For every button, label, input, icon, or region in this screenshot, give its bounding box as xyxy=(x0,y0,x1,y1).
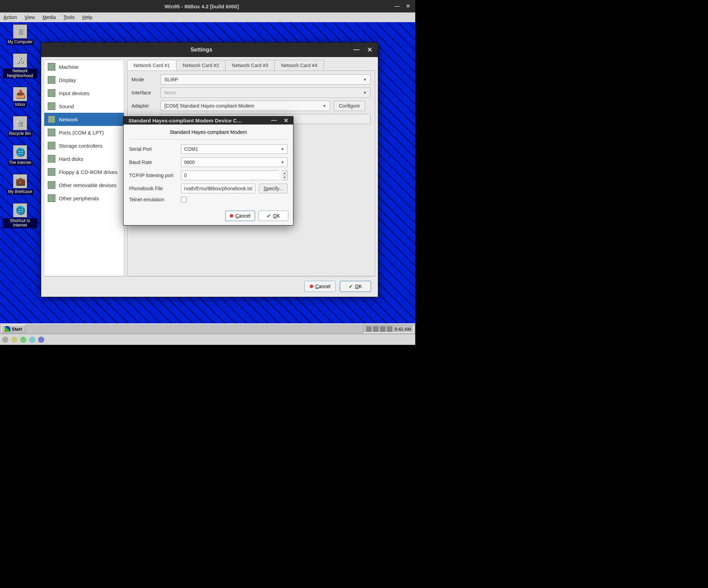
desktop-icon-briefcase[interactable]: 💼My Briefcase xyxy=(3,174,37,195)
tray-icon-2[interactable] xyxy=(373,326,379,332)
settings-title: Settings xyxy=(55,47,348,53)
cancel-icon xyxy=(230,214,233,218)
settings-ok-button[interactable]: ✔OK xyxy=(340,281,371,292)
tray-icon-1[interactable] xyxy=(366,326,372,332)
sidebar-item-removable[interactable]: Other removable devices xyxy=(44,178,124,192)
tcp-port-spinner[interactable]: ▲▼ xyxy=(282,171,288,180)
sidebar-item-floppy[interactable]: Floppy & CD-ROM drives xyxy=(44,165,124,178)
modal-cancel-button[interactable]: Cancel xyxy=(225,211,255,221)
baud-rate-label: Baud Rate xyxy=(129,159,178,165)
settings-cancel-button[interactable]: Cancel xyxy=(305,281,336,292)
sound-icon xyxy=(48,102,55,110)
phonebook-label: Phonebook File xyxy=(129,186,178,191)
desktop-icon-inbox[interactable]: 📥Inbox xyxy=(3,87,37,108)
sidebar-item-peripherals[interactable]: Other peripherals xyxy=(44,192,124,205)
settings-tabs: Network Card #1 Network Card #2 Network … xyxy=(127,60,375,71)
tray-icon-4[interactable] xyxy=(387,326,392,332)
menu-tools[interactable]: Tools xyxy=(63,15,75,20)
desktop-icon-recycle-bin[interactable]: 🗑Recycle Bin xyxy=(3,116,37,137)
ports-icon xyxy=(48,129,55,136)
start-button[interactable]: Start xyxy=(1,325,26,333)
sidebar-item-sound[interactable]: Sound xyxy=(44,100,124,113)
sidebar-item-ports[interactable]: Ports (COM & LPT) xyxy=(44,126,124,139)
spin-down-icon[interactable]: ▼ xyxy=(282,176,287,180)
host-statusbar xyxy=(0,334,415,345)
sidebar-item-display[interactable]: Display xyxy=(44,73,124,86)
status-icon-5[interactable] xyxy=(38,337,44,343)
modal-close-icon[interactable]: ✕ xyxy=(284,117,288,124)
settings-sidebar: Machine Display Input devices Sound Netw… xyxy=(44,60,124,276)
host-close-icon[interactable]: ✕ xyxy=(406,3,410,9)
telnet-label: Telnet emulation xyxy=(129,197,178,202)
chevron-down-icon: ▼ xyxy=(363,77,367,82)
status-icon-3[interactable] xyxy=(20,337,26,343)
adapter-select[interactable]: [COM] Standard Hayes-compliant Modem▼ xyxy=(161,101,330,111)
modal-minimize-icon[interactable]: — xyxy=(271,117,277,124)
serial-port-label: Serial Port xyxy=(129,146,178,152)
machine-icon xyxy=(48,63,55,71)
host-title: Win95 - 86Box 4.2 [build 6000] xyxy=(14,3,390,9)
desktop-icon-my-computer[interactable]: 🖥My Computer xyxy=(3,24,37,45)
floppy-icon xyxy=(48,168,55,176)
hdd-icon xyxy=(48,155,55,163)
baud-rate-select[interactable]: 9600▼ xyxy=(181,157,288,167)
sidebar-item-hdd[interactable]: Hard disks xyxy=(44,152,124,165)
sidebar-item-input[interactable]: Input devices xyxy=(44,86,124,100)
storage-icon xyxy=(48,142,55,149)
sidebar-item-machine[interactable]: Machine xyxy=(44,60,124,73)
input-icon xyxy=(48,89,55,97)
display-icon xyxy=(48,76,55,84)
host-menubar: Action View Media Tools Help xyxy=(0,12,415,22)
interface-label: Interface xyxy=(131,90,157,95)
tab-netcard-4[interactable]: Network Card #4 xyxy=(274,60,324,71)
status-icon-4[interactable] xyxy=(29,337,35,343)
windows-logo-icon xyxy=(5,326,10,332)
desktop-icon-internet[interactable]: 🌐The Internet xyxy=(3,145,37,166)
tab-netcard-3[interactable]: Network Card #3 xyxy=(225,60,275,71)
chevron-down-icon: ▼ xyxy=(281,160,284,164)
ok-icon: ✔ xyxy=(267,213,271,219)
desktop-icon-network-neighborhood[interactable]: 🖧Network Neighborhood xyxy=(3,53,37,79)
sidebar-item-network[interactable]: Network xyxy=(44,113,124,126)
host-titlebar: Win95 - 86Box 4.2 [build 6000] — ✕ xyxy=(0,0,415,12)
clock[interactable]: 9:42 AM xyxy=(394,327,411,332)
adapter-label: Adapter xyxy=(131,103,157,109)
host-minimize-icon[interactable]: — xyxy=(394,3,400,9)
serial-port-select[interactable]: COM1▼ xyxy=(181,144,288,154)
host-window: Win95 - 86Box 4.2 [build 6000] — ✕ Actio… xyxy=(0,0,415,345)
settings-titlebar: Settings — ✕ xyxy=(41,43,378,57)
mode-select[interactable]: SLiRP▼ xyxy=(161,74,371,85)
configure-button[interactable]: Configure xyxy=(334,101,365,111)
tray-icon-3[interactable] xyxy=(380,326,385,332)
sidebar-item-storage[interactable]: Storage controllers xyxy=(44,139,124,152)
desktop-icon-shortcut-internet[interactable]: 🌐Shortcut to Internet xyxy=(3,203,37,229)
specify-button[interactable]: Specify... xyxy=(259,184,288,193)
menu-help[interactable]: Help xyxy=(82,15,92,20)
tcp-port-input[interactable]: 0 xyxy=(181,171,279,180)
modem-config-dialog: Standard Hayes-compliant Modem Device C…… xyxy=(123,116,293,226)
settings-close-icon[interactable]: ✕ xyxy=(367,46,372,54)
telnet-checkbox[interactable] xyxy=(181,197,187,202)
modal-ok-button[interactable]: ✔OK xyxy=(258,211,288,221)
desktop-icons: 🖥My Computer 🖧Network Neighborhood 📥Inbo… xyxy=(3,24,37,228)
settings-minimize-icon[interactable]: — xyxy=(353,46,360,54)
network-icon xyxy=(48,116,55,123)
system-tray: 9:42 AM xyxy=(363,325,414,333)
modal-title: Standard Hayes-compliant Modem Device C… xyxy=(128,118,271,123)
peripherals-icon xyxy=(48,194,55,202)
modal-titlebar: Standard Hayes-compliant Modem Device C…… xyxy=(124,117,293,125)
menu-media[interactable]: Media xyxy=(43,15,56,20)
settings-footer: Cancel ✔OK xyxy=(44,276,375,297)
status-icon-1[interactable] xyxy=(2,337,8,343)
modal-footer: Cancel ✔OK xyxy=(124,208,293,225)
spin-up-icon[interactable]: ▲ xyxy=(282,171,287,176)
status-icon-2[interactable] xyxy=(11,337,17,343)
tab-netcard-1[interactable]: Network Card #1 xyxy=(127,60,176,71)
chevron-down-icon: ▼ xyxy=(323,104,326,108)
chevron-down-icon: ▼ xyxy=(281,147,284,151)
menu-action[interactable]: Action xyxy=(3,15,17,20)
win95-taskbar: Start 9:42 AM xyxy=(0,323,415,334)
tab-netcard-2[interactable]: Network Card #2 xyxy=(176,60,226,71)
phonebook-input[interactable]: rvath/Emu/86box/phonebook.txt xyxy=(181,184,256,193)
menu-view[interactable]: View xyxy=(25,15,35,20)
